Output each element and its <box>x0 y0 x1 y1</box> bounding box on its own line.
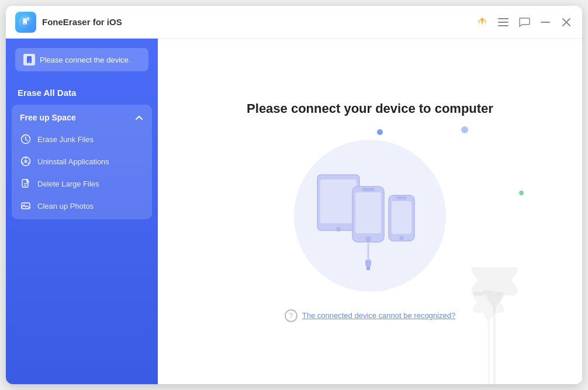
svg-rect-7 <box>498 25 509 26</box>
svg-point-34 <box>399 236 404 240</box>
decorative-dot-green <box>519 191 524 195</box>
decorative-dot-blue-tl <box>377 129 383 135</box>
clean-photos-label: Clean up Photos <box>37 202 94 210</box>
svg-rect-37 <box>365 260 371 267</box>
svg-rect-8 <box>541 22 550 23</box>
svg-point-12 <box>29 61 30 63</box>
svg-point-40 <box>467 267 522 302</box>
sidebar-item-erase-junk[interactable]: Erase Junk Files <box>12 128 152 150</box>
svg-point-30 <box>365 236 371 242</box>
free-up-space-header[interactable]: Free up Space <box>12 107 152 128</box>
svg-rect-5 <box>498 18 509 19</box>
svg-point-45 <box>482 291 496 320</box>
free-up-space-label: Free up Space <box>20 113 76 122</box>
minimize-icon[interactable] <box>539 16 552 29</box>
connect-device-button[interactable]: Please connect the device. <box>15 48 148 71</box>
app-title: FoneEraser for iOS <box>42 17 476 27</box>
file-icon <box>20 178 32 189</box>
svg-point-42 <box>467 267 522 302</box>
svg-rect-6 <box>498 22 509 23</box>
unrecognized-link[interactable]: The connected device cannot be recognize… <box>302 311 455 320</box>
chat-icon[interactable] <box>518 16 531 29</box>
photo-icon <box>20 200 32 212</box>
svg-point-44 <box>470 291 507 317</box>
free-up-space-section: Free up Space <box>12 105 152 219</box>
svg-point-14 <box>23 136 25 137</box>
erase-junk-label: Erase Junk Files <box>37 135 94 144</box>
device-icon <box>23 54 35 65</box>
unrecognized-link-container: ? The connected device cannot be recogni… <box>285 309 455 322</box>
svg-point-2 <box>25 23 26 24</box>
svg-rect-26 <box>320 180 357 223</box>
menu-icon[interactable] <box>497 16 510 29</box>
clock-icon <box>20 133 32 145</box>
decorative-dot-blue-tr <box>461 126 468 133</box>
svg-point-4 <box>27 17 29 19</box>
uninstall-apps-label: Uninstall Applications <box>37 157 109 166</box>
connect-button-label: Please connect the device. <box>40 56 130 64</box>
question-icon: ? <box>285 309 298 322</box>
svg-point-17 <box>25 157 27 159</box>
connect-title: Please connect your device to computer <box>247 101 493 116</box>
title-bar-actions <box>476 16 573 29</box>
bg-windmill2-decoration <box>430 291 547 384</box>
close-icon[interactable] <box>560 16 573 29</box>
sidebar-item-delete-large[interactable]: Delete Large Files <box>12 172 152 195</box>
main-content: Please connect your device to computer <box>158 39 582 384</box>
svg-point-46 <box>470 291 507 317</box>
sidebar: Please connect the device. Erase All Dat… <box>6 39 158 384</box>
sketch-icon[interactable] <box>476 16 489 29</box>
svg-point-41 <box>485 267 504 306</box>
svg-point-19 <box>22 163 23 164</box>
app-window: FoneEraser for iOS <box>6 6 582 384</box>
sidebar-item-clean-photos[interactable]: Clean up Photos <box>12 195 152 217</box>
erase-all-data-label: Erase All Data <box>6 83 158 105</box>
svg-point-18 <box>28 163 30 164</box>
title-bar: FoneEraser for iOS <box>6 6 582 39</box>
svg-rect-33 <box>392 201 411 234</box>
chevron-up-icon <box>134 113 144 122</box>
svg-rect-31 <box>362 188 375 191</box>
sidebar-item-uninstall-apps[interactable]: Uninstall Applications <box>12 150 152 172</box>
main-layout: Please connect the device. Erase All Dat… <box>6 39 582 384</box>
app-logo <box>15 12 36 33</box>
svg-point-27 <box>336 227 341 232</box>
svg-point-16 <box>24 160 27 163</box>
app-icon <box>20 156 32 167</box>
delete-large-label: Delete Large Files <box>37 180 99 188</box>
svg-rect-23 <box>22 203 30 209</box>
devices-svg <box>306 157 434 274</box>
device-circle <box>294 140 446 292</box>
svg-rect-29 <box>355 192 381 233</box>
svg-rect-35 <box>396 196 407 199</box>
svg-rect-38 <box>366 267 370 270</box>
device-illustration <box>294 140 446 292</box>
